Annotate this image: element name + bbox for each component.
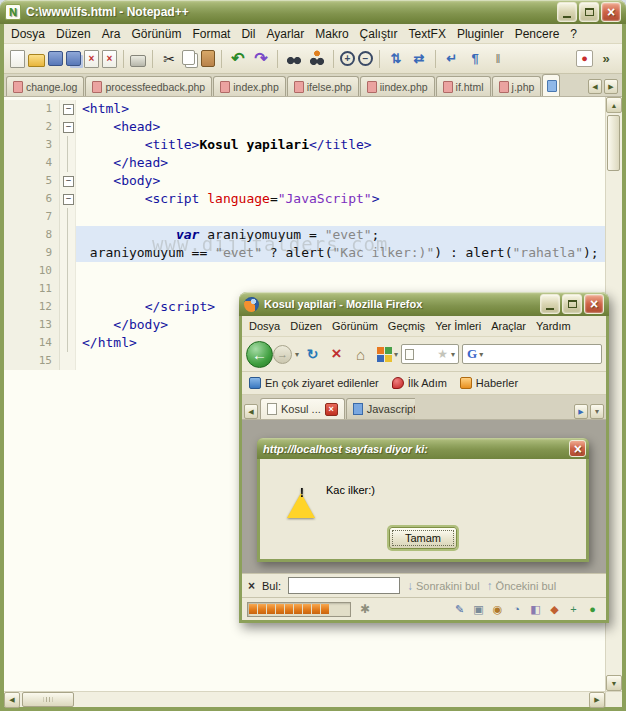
horizontal-scroll-thumb[interactable] (22, 692, 74, 707)
menu-yard-m[interactable]: Yardım (536, 320, 571, 332)
quick-launch-dropdown-icon[interactable] (394, 350, 398, 359)
menu-ge-mi[interactable]: Geçmiş (388, 320, 425, 332)
location-bar[interactable] (401, 344, 459, 364)
indent-guide-icon[interactable]: ‖ (488, 49, 508, 69)
close-button[interactable] (584, 294, 604, 314)
paste-icon[interactable] (201, 50, 215, 67)
file-tab-iindex.php[interactable]: iindex.php (360, 76, 435, 96)
maximize-button[interactable] (579, 2, 599, 22)
undo-icon[interactable]: ↶ (228, 49, 248, 69)
print-icon[interactable] (130, 55, 146, 67)
close-button[interactable] (601, 2, 621, 22)
menu-textfx[interactable]: TextFX (409, 27, 446, 41)
bookmark-haberler[interactable]: Haberler (460, 377, 518, 389)
scroll-up-button[interactable] (606, 97, 622, 113)
minimize-button[interactable] (540, 294, 560, 314)
addon-diamond-icon[interactable]: ◆ (546, 601, 563, 618)
tab-scroll-right-button[interactable] (604, 79, 618, 94)
addon-box-icon[interactable]: ◧ (527, 601, 544, 618)
close-all-icon[interactable]: × (102, 50, 117, 68)
firebug-icon[interactable]: ✱ (360, 602, 370, 616)
menu-g-r-n-m[interactable]: Görünüm (332, 320, 378, 332)
bookmark-i-lk-ad-m[interactable]: İlk Adım (392, 377, 447, 389)
back-button[interactable] (246, 341, 273, 368)
file-tab-j.php[interactable]: j.php (492, 76, 542, 96)
tab-kosul-...[interactable]: Kosul ... (260, 398, 345, 419)
menu-ayarlar[interactable]: Ayarlar (266, 27, 304, 41)
tab-javascript-i...[interactable]: Javascript i... (346, 398, 415, 419)
find-previous-button[interactable]: Öncekini bul (487, 579, 557, 593)
tab-scroll-left-button[interactable] (244, 404, 258, 419)
replace-icon[interactable] (307, 49, 327, 69)
menu-yer-i-mleri[interactable]: Yer İmleri (435, 320, 481, 332)
open-folder-icon[interactable] (28, 54, 45, 67)
file-tab-item[interactable] (542, 74, 560, 96)
tab-list-dropdown-icon[interactable] (590, 404, 604, 419)
menu-dosya[interactable]: Dosya (11, 27, 45, 41)
file-tab-change.log[interactable]: change.log (6, 76, 84, 96)
firefox-titlebar[interactable]: Kosul yapilari - Mozilla Firefox (239, 292, 609, 316)
menu-ara[interactable]: Ara (102, 27, 121, 41)
bookmark-star-icon[interactable] (437, 347, 448, 361)
quick-launch-icon[interactable] (377, 347, 384, 354)
cut-icon[interactable]: ✂ (159, 49, 179, 69)
menu-pluginler[interactable]: Pluginler (457, 27, 504, 41)
zoom-in-icon[interactable]: + (340, 51, 355, 66)
zoom-out-icon[interactable]: − (358, 51, 373, 66)
sync-vertical-scroll-icon[interactable]: ⇅ (386, 49, 406, 69)
find-next-button[interactable]: Sonrakini bul (407, 579, 480, 593)
show-all-characters-icon[interactable]: ¶ (465, 49, 485, 69)
fold-marker[interactable] (60, 100, 76, 118)
menu-g-r-n-m[interactable]: Görünüm (131, 27, 181, 41)
maximize-button[interactable] (562, 294, 582, 314)
word-wrap-icon[interactable]: ↵ (442, 49, 462, 69)
menu-d-zen[interactable]: Düzen (56, 27, 91, 41)
new-document-icon[interactable] (10, 50, 25, 68)
copy-icon[interactable] (182, 50, 195, 65)
file-tab-ifelse.php[interactable]: ifelse.php (287, 76, 359, 96)
fold-marker[interactable] (60, 190, 76, 208)
addon-status-icon[interactable]: ● (584, 601, 601, 618)
tab-scroll-right-button[interactable] (574, 404, 588, 419)
bookmark-en-ok-ziyaret-edilenler[interactable]: En çok ziyaret edilenler (249, 377, 379, 389)
addon-grid-icon[interactable]: ▣ (470, 601, 487, 618)
tab-scroll-left-button[interactable] (588, 79, 602, 94)
home-button[interactable] (350, 344, 371, 365)
search-input[interactable] (485, 347, 597, 361)
save-icon[interactable] (48, 51, 63, 66)
fold-marker[interactable] (60, 118, 76, 136)
scroll-down-button[interactable] (606, 675, 622, 691)
toolbar-overflow-icon[interactable]: » (596, 49, 616, 69)
addon-clock-icon[interactable]: ◔ (508, 601, 525, 618)
addon-plus-icon[interactable]: + (565, 601, 582, 618)
find-input[interactable] (288, 577, 400, 594)
minimize-button[interactable] (557, 2, 577, 22)
search-engine-dropdown-icon[interactable] (479, 350, 483, 359)
find-close-icon[interactable] (248, 579, 255, 593)
scroll-right-button[interactable] (589, 692, 605, 708)
history-dropdown-icon[interactable] (295, 350, 299, 359)
scroll-left-button[interactable] (4, 692, 20, 708)
forward-button[interactable] (273, 345, 292, 364)
file-tab-if.html[interactable]: if.html (436, 76, 491, 96)
menu-d-zen[interactable]: Düzen (290, 320, 322, 332)
search-box[interactable] (462, 344, 602, 364)
file-tab-processfeedback.php[interactable]: processfeedback.php (85, 76, 212, 96)
menu-dosya[interactable]: Dosya (249, 320, 280, 332)
horizontal-scrollbar[interactable] (4, 691, 622, 707)
refresh-button[interactable] (302, 344, 323, 365)
vertical-scroll-thumb[interactable] (607, 115, 620, 171)
location-dropdown-icon[interactable] (451, 350, 455, 359)
menu-ara-lar[interactable]: Araçlar (491, 320, 526, 332)
find-icon[interactable] (284, 49, 304, 69)
redo-icon[interactable]: ↷ (251, 49, 271, 69)
horizontal-scroll-track[interactable] (74, 692, 589, 707)
menu-al-t-r[interactable]: Çalıştır (360, 27, 398, 41)
menu-item[interactable]: ? (570, 27, 577, 41)
addon-disc-icon[interactable]: ◉ (489, 601, 506, 618)
fold-marker[interactable] (60, 172, 76, 190)
ok-button[interactable]: Tamam (389, 527, 457, 549)
addon-pencil-icon[interactable]: ✎ (451, 601, 468, 618)
menu-format[interactable]: Format (192, 27, 230, 41)
tab-close-icon[interactable] (325, 403, 338, 416)
